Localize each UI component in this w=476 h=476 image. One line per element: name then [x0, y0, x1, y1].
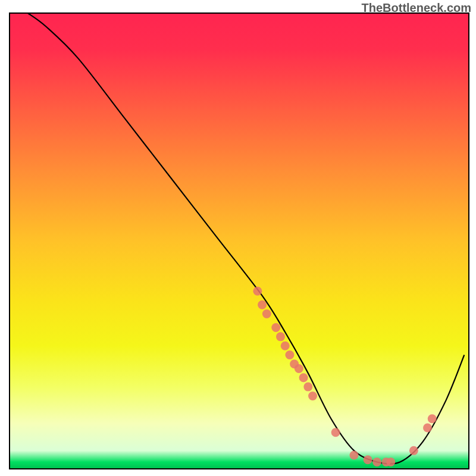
- data-point: [409, 446, 418, 455]
- chart-container: TheBottleneck.com: [0, 0, 476, 476]
- data-point: [372, 458, 381, 466]
- data-point: [299, 373, 308, 382]
- data-point: [423, 424, 432, 433]
- data-point: [386, 458, 395, 466]
- data-point: [258, 300, 267, 309]
- watermark-text: TheBottleneck.com: [362, 1, 471, 15]
- data-point: [262, 309, 271, 318]
- data-point: [281, 342, 290, 350]
- data-point: [303, 383, 312, 392]
- bottleneck-chart: [0, 0, 476, 476]
- data-point: [295, 364, 303, 373]
- data-point: [271, 323, 280, 332]
- data-point: [253, 287, 262, 296]
- data-point: [364, 455, 372, 464]
- data-point: [331, 428, 340, 437]
- data-point: [285, 350, 294, 359]
- data-point: [350, 451, 359, 460]
- data-point: [276, 332, 285, 341]
- plot-background: [10, 13, 469, 469]
- data-point: [308, 392, 317, 400]
- data-point: [428, 414, 437, 423]
